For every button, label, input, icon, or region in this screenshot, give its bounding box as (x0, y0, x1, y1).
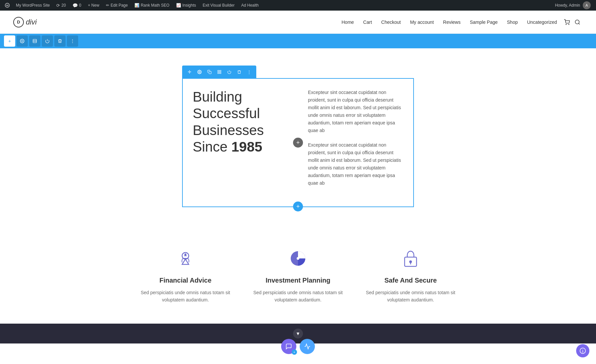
features-section: Financial Advice Sed perspiciatis unde o… (116, 227, 480, 317)
svg-point-4 (575, 20, 579, 24)
howdy-label: Howdy, Admin (555, 3, 580, 8)
center-add-btn[interactable]: + (293, 138, 303, 148)
exit-builder-btn[interactable]: Exit Visual Builder (200, 0, 237, 11)
feature-investment-planning: Investment Planning Sed perspiciatis und… (242, 247, 354, 304)
updates-icon: ⟳ (56, 3, 60, 8)
section-power-btn[interactable] (224, 67, 234, 76)
nav-my-account[interactable]: My account (405, 11, 438, 34)
svg-point-24 (297, 257, 299, 260)
heading-line3: Businesses (193, 122, 288, 139)
nav-shop[interactable]: Shop (502, 11, 522, 34)
cart-icon[interactable] (562, 17, 572, 27)
section-add-btn[interactable]: ✛ (185, 67, 194, 76)
admin-avatar: A (583, 1, 591, 9)
new-label: + New (88, 3, 99, 8)
heading-since: Since (193, 139, 231, 155)
heading-year: 1985 (231, 139, 262, 155)
svg-line-5 (578, 23, 579, 24)
svg-point-29 (582, 352, 583, 352)
safe-secure-title: Safe And Secure (364, 277, 457, 284)
divi-builder-toolbar: + ⋮ (0, 34, 596, 48)
howdy-btn[interactable]: Howdy, Admin A (552, 1, 593, 9)
search-icon[interactable] (572, 17, 583, 27)
edit-page-btn[interactable]: ✏ Edit Page (103, 0, 130, 11)
section-toolbar: ✛ ⋮ (182, 66, 256, 78)
feature-financial-advice: Financial Advice Sed perspiciatis unde o… (129, 247, 242, 304)
section-duplicate-btn[interactable] (205, 67, 214, 76)
builder-add-btn[interactable]: + (4, 35, 15, 47)
site-header: D divi Home Cart Checkout My account Rev… (0, 11, 596, 34)
exit-builder-label: Exit Visual Builder (203, 3, 235, 8)
rank-math-label: Rank Math SEO (141, 3, 170, 8)
hero-section-wrapper: ✛ ⋮ Bu (0, 62, 596, 227)
svg-rect-15 (218, 72, 219, 73)
section-add-below-btn[interactable]: + (293, 202, 303, 211)
svg-text:W: W (6, 4, 9, 7)
heading-line4: Since 1985 (193, 139, 288, 155)
updates-btn[interactable]: ⟳ 20 (54, 0, 68, 11)
svg-rect-16 (220, 72, 221, 73)
comments-btn[interactable]: 💬 0 (70, 0, 84, 11)
bottom-arrow-btn[interactable]: ▼ (293, 329, 303, 339)
site-name-btn[interactable]: My WordPress Site (13, 0, 52, 11)
svg-point-26 (409, 260, 412, 263)
svg-rect-12 (209, 71, 211, 73)
logo-circle: D (13, 17, 24, 27)
wp-logo-btn[interactable]: W (3, 0, 12, 11)
wp-admin-bar: W My WordPress Site ⟳ 20 💬 0 + New ✏ Edi… (0, 0, 596, 11)
investment-planning-icon (286, 247, 310, 270)
new-btn[interactable]: + New (85, 0, 102, 11)
nav-uncategorized[interactable]: Uncategorized (522, 11, 562, 34)
builder-more-btn[interactable]: ⋮ (67, 35, 78, 47)
section-settings-btn[interactable] (195, 67, 204, 76)
svg-point-11 (199, 71, 200, 72)
main-content: ✛ ⋮ Bu (0, 48, 596, 343)
builder-delete-btn[interactable] (54, 35, 66, 47)
builder-layout-btn[interactable] (29, 35, 40, 47)
rank-math-btn[interactable]: 📊 Rank Math SEO (132, 0, 172, 11)
site-logo[interactable]: D divi (13, 17, 37, 27)
nav-sample-page[interactable]: Sample Page (465, 11, 502, 34)
hero-paragraph-1: Excepteur sint occaecat cupidatat non pr… (308, 89, 403, 135)
builder-power-btn[interactable] (42, 35, 53, 47)
site-nav: Home Cart Checkout My account Reviews Sa… (337, 11, 583, 34)
svg-point-21 (184, 253, 186, 255)
section-delete-btn[interactable] (234, 67, 244, 76)
site-name-label: My WordPress Site (16, 3, 50, 8)
builder-settings-btn[interactable] (17, 35, 28, 47)
svg-point-3 (569, 24, 569, 25)
svg-rect-13 (218, 70, 219, 71)
edit-page-label: Edit Page (111, 3, 128, 8)
feature-safe-secure: Safe And Secure Sed perspiciatis unde om… (354, 247, 467, 304)
comments-count: 0 (79, 3, 81, 8)
chat-badge: + (292, 349, 297, 355)
nav-checkout[interactable]: Checkout (376, 11, 405, 34)
svg-point-6 (22, 40, 23, 42)
ad-health-btn[interactable]: Ad Health (238, 0, 261, 11)
heading-line2: Successful (193, 105, 288, 122)
divi-support-icon[interactable] (576, 344, 589, 357)
nav-home[interactable]: Home (337, 11, 358, 34)
edit-icon: ✏ (106, 3, 109, 8)
hero-paragraph-2: Excepteur sint occaecat cupidatat non pr… (308, 141, 403, 187)
svg-point-2 (566, 24, 567, 25)
updates-count: 20 (61, 3, 66, 8)
floating-buttons: + (281, 339, 315, 354)
ad-health-label: Ad Health (241, 3, 259, 8)
nav-reviews[interactable]: Reviews (438, 11, 465, 34)
safe-secure-desc: Sed perspiciatis unde omnis natus totam … (364, 289, 457, 304)
insights-icon: 📈 (176, 3, 181, 8)
logo-text: divi (26, 18, 37, 26)
insights-label: Insights (182, 3, 196, 8)
divi-analytics-btn[interactable] (300, 339, 315, 354)
hero-heading: Building Successful Businesses Since 198… (193, 89, 288, 156)
rank-math-icon: 📊 (134, 3, 139, 8)
hero-left-column: Building Successful Businesses Since 198… (183, 79, 298, 206)
heading-line1: Building (193, 89, 288, 105)
financial-advice-title: Financial Advice (139, 277, 232, 284)
divi-chat-btn[interactable]: + (281, 339, 296, 354)
nav-cart[interactable]: Cart (359, 11, 376, 34)
insights-btn[interactable]: 📈 Insights (174, 0, 199, 11)
section-grid-btn[interactable] (215, 67, 224, 76)
section-more-btn[interactable]: ⋮ (244, 67, 254, 76)
